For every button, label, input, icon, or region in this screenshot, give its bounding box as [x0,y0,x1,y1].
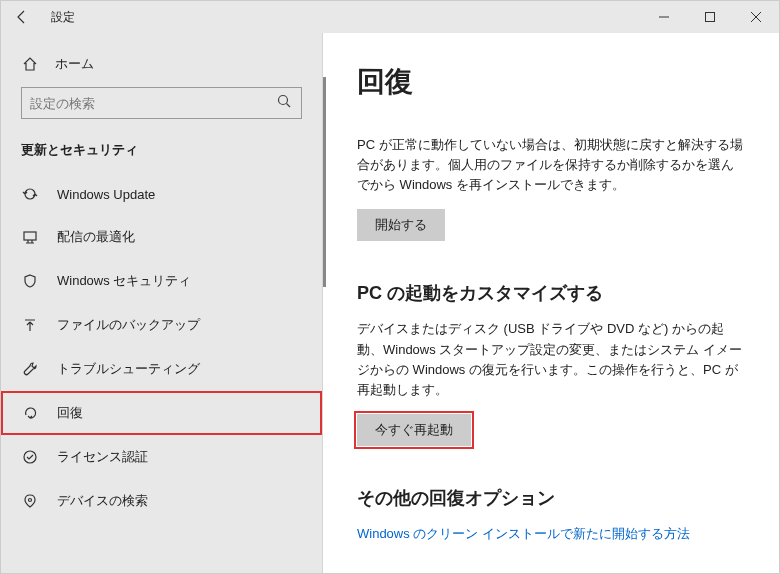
sidebar-item-windows-update[interactable]: Windows Update [1,173,322,215]
maximize-button[interactable] [687,1,733,33]
sidebar-item-label: デバイスの検索 [57,492,148,510]
home-label: ホーム [55,55,94,73]
clean-install-link[interactable]: Windows のクリーン インストールで新たに開始する方法 [357,526,690,541]
get-started-button[interactable]: 開始する [357,209,445,241]
svg-line-3 [287,104,291,108]
backup-icon [21,317,39,333]
svg-point-6 [29,499,32,502]
recovery-icon [21,405,39,421]
sidebar-item-find-device[interactable]: デバイスの検索 [1,479,322,523]
scrollbar-thumb[interactable] [323,77,326,287]
sidebar-item-label: ライセンス認証 [57,448,148,466]
sync-icon [21,186,39,202]
sidebar-item-label: 配信の最適化 [57,228,135,246]
search-input[interactable] [21,87,302,119]
location-icon [21,493,39,509]
minimize-button[interactable] [641,1,687,33]
more-recovery-title: その他の回復オプション [357,486,745,510]
advanced-startup-title: PC の起動をカスタマイズする [357,281,745,305]
shield-icon [21,273,39,289]
back-button[interactable] [1,9,43,25]
sidebar: ホーム 更新とセキュリティ Windows Update 配信の最適化 Wind [1,33,323,573]
svg-rect-4 [24,232,36,240]
sidebar-item-troubleshoot[interactable]: トラブルシューティング [1,347,322,391]
restart-now-button[interactable]: 今すぐ再起動 [357,414,471,446]
svg-point-2 [279,96,288,105]
sidebar-item-label: 回復 [57,404,83,422]
sidebar-item-label: Windows Update [57,187,155,202]
search-icon [276,93,292,113]
sidebar-item-label: ファイルのバックアップ [57,316,200,334]
delivery-icon [21,229,39,245]
close-button[interactable] [733,1,779,33]
sidebar-item-delivery-optimization[interactable]: 配信の最適化 [1,215,322,259]
sidebar-item-backup[interactable]: ファイルのバックアップ [1,303,322,347]
home-link[interactable]: ホーム [1,49,322,87]
advanced-startup-description: デバイスまたはディスク (USB ドライブや DVD など) からの起動、Win… [357,319,745,400]
section-label: 更新とセキュリティ [1,141,322,173]
wrench-icon [21,361,39,377]
check-circle-icon [21,449,39,465]
reset-pc-description: PC が正常に動作していない場合は、初期状態に戻すと解決する場合があります。個人… [357,135,745,195]
sidebar-item-windows-security[interactable]: Windows セキュリティ [1,259,322,303]
titlebar: 設定 [1,1,779,33]
home-icon [21,56,39,72]
sidebar-item-label: トラブルシューティング [57,360,200,378]
sidebar-item-recovery[interactable]: 回復 [1,391,322,435]
svg-point-5 [24,451,36,463]
svg-rect-1 [706,13,715,22]
page-title: 回復 [357,63,745,101]
main-content: 回復 PC が正常に動作していない場合は、初期状態に戻すと解決する場合があります… [323,33,779,573]
window-title: 設定 [51,9,75,26]
sidebar-item-activation[interactable]: ライセンス認証 [1,435,322,479]
sidebar-item-label: Windows セキュリティ [57,272,191,290]
